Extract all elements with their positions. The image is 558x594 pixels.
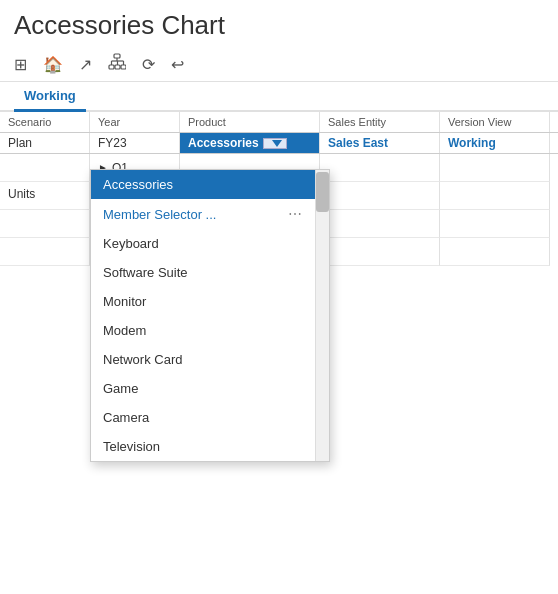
header-year: Year (90, 112, 180, 132)
dropdown-item-6[interactable]: Network Card (91, 345, 315, 374)
undo-icon[interactable]: ↩ (171, 55, 184, 74)
header-scenario: Scenario (0, 112, 90, 132)
empty-r4-c4 (320, 238, 440, 266)
page-title: Accessories Chart (0, 0, 558, 49)
svg-rect-3 (121, 65, 126, 69)
svg-rect-2 (115, 65, 120, 69)
header-product: Product (180, 112, 320, 132)
row-units-label (0, 154, 90, 182)
empty-r4-c5 (440, 238, 550, 266)
toolbar: ⊞ 🏠 ↗ ⟳ ↩ (0, 49, 558, 82)
dropdown-arrow-icon (272, 140, 282, 147)
dropdown-item-3[interactable]: Software Suite (91, 258, 315, 287)
svg-rect-0 (114, 54, 120, 58)
dropdown-list: AccessoriesMember Selector ...⋯KeyboardS… (91, 170, 329, 461)
dropdown-scrollbar[interactable] (315, 170, 329, 461)
dropdown-item-7[interactable]: Game (91, 374, 315, 403)
q1-col5 (440, 154, 550, 182)
chart-icon[interactable]: 🏠 (43, 55, 63, 74)
dropdown-item-0[interactable]: Accessories (91, 170, 315, 199)
empty-r3-c4 (320, 210, 440, 238)
empty-r4-c1 (0, 238, 90, 266)
dropdown-item-8[interactable]: Camera (91, 403, 315, 432)
filter-icon[interactable]: ⊞ (14, 55, 27, 74)
units-col5 (440, 182, 550, 210)
tab-working[interactable]: Working (14, 82, 86, 112)
subheader-version-view: Working (440, 133, 550, 153)
units-col4 (320, 182, 440, 210)
subheader-year: FY23 (90, 133, 180, 153)
history-icon[interactable]: ⟳ (142, 55, 155, 74)
q1-col4 (320, 154, 440, 182)
product-dropdown-button[interactable] (263, 138, 287, 149)
empty-r3-c5 (440, 210, 550, 238)
export-icon[interactable]: ↗ (79, 55, 92, 74)
product-dropdown: AccessoriesMember Selector ...⋯KeyboardS… (90, 169, 330, 462)
empty-r3-c1 (0, 210, 90, 238)
units-label: Units (0, 182, 90, 210)
dropdown-item-1[interactable]: Member Selector ...⋯ (91, 199, 315, 229)
dropdown-item-9[interactable]: Television (91, 432, 315, 461)
hierarchy-icon[interactable] (108, 53, 126, 75)
subheader-sales-entity: Sales East (320, 133, 440, 153)
grid-subheader: Plan FY23 Accessories Sales East Working (0, 133, 558, 154)
dropdown-item-5[interactable]: Modem (91, 316, 315, 345)
subheader-scenario: Plan (0, 133, 90, 153)
svg-rect-1 (109, 65, 114, 69)
dropdown-item-2[interactable]: Keyboard (91, 229, 315, 258)
subheader-product[interactable]: Accessories (180, 133, 320, 153)
header-version-view: Version View (440, 112, 550, 132)
product-label: Accessories (188, 136, 259, 150)
header-sales-entity: Sales Entity (320, 112, 440, 132)
dropdown-item-4[interactable]: Monitor (91, 287, 315, 316)
grid-wrapper: Scenario Year Product Sales Entity Versi… (0, 112, 558, 266)
grid-header: Scenario Year Product Sales Entity Versi… (0, 112, 558, 133)
member-selector-icon: ⋯ (288, 206, 303, 222)
tabs-bar: Working (0, 82, 558, 112)
dropdown-scroll-thumb (316, 172, 329, 212)
